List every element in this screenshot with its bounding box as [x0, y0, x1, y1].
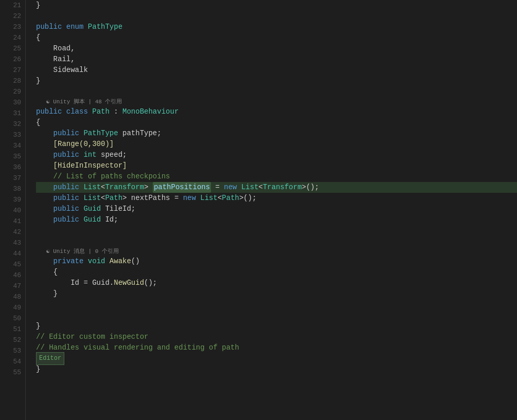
code-token: Transform	[105, 182, 144, 193]
meta-annotation: ☯ Unity 消息 | 0 个引用	[36, 247, 517, 256]
code-line: public List<Path> nextPaths = new List<P…	[36, 193, 517, 204]
code-token	[36, 193, 54, 204]
code-token: <	[259, 182, 263, 193]
code-token: public	[54, 214, 84, 225]
code-token: // List of paths checkpoins	[36, 171, 170, 182]
code-token	[36, 182, 54, 193]
code-token: enum	[66, 22, 88, 32]
code-line: public PathType pathType;	[36, 128, 517, 139]
code-token: <	[218, 193, 222, 204]
code-token: =	[170, 193, 183, 204]
code-line: public enum PathType	[36, 22, 517, 32]
code-token: {	[36, 32, 40, 43]
line-number: 49	[13, 302, 21, 313]
line-number: 50	[13, 313, 21, 324]
code-token: Guid	[83, 214, 101, 225]
code-token: ()	[131, 256, 140, 267]
code-token: [HideInInspector]	[36, 160, 127, 171]
code-token	[36, 128, 54, 139]
code-token: // Editor custom inspector	[36, 332, 148, 342]
meta-annotation: ☯ Unity 脚本 | 48 个引用	[36, 97, 517, 106]
line-number: 28	[13, 76, 21, 86]
highlighted-token: pathPositions	[153, 182, 211, 193]
code-token: public	[54, 182, 84, 193]
code-token: NewGuid	[114, 278, 144, 288]
code-token: Id = Guid.	[36, 278, 114, 288]
line-number: 38	[13, 184, 21, 194]
code-line: // Editor custom inspector	[36, 332, 517, 342]
line-number: 31	[13, 108, 21, 119]
editor-label: Editor	[36, 352, 64, 365]
line-number: 35	[13, 151, 21, 162]
code-line: // List of paths checkpoins	[36, 171, 517, 182]
code-token: }	[36, 364, 40, 375]
code-token: public	[54, 204, 84, 214]
code-token: [Range(0,300)]	[36, 139, 114, 150]
line-number: 30	[13, 97, 21, 108]
line-number: 34	[13, 140, 21, 151]
code-token: int	[83, 150, 101, 160]
line-number: 42	[13, 227, 21, 238]
code-token: public	[36, 22, 66, 32]
code-token: speed;	[101, 150, 127, 160]
code-line: }	[36, 76, 517, 86]
line-number: 40	[13, 205, 21, 216]
line-number: 45	[13, 259, 21, 270]
code-token: Id;	[101, 214, 118, 225]
line-number: 54	[13, 356, 21, 367]
code-token: :	[110, 106, 122, 117]
line-number: 37	[13, 173, 21, 184]
code-token: }	[36, 76, 40, 86]
code-token: <	[101, 182, 105, 193]
code-token: ();	[144, 278, 157, 288]
code-line: }	[36, 364, 517, 375]
code-token: }	[36, 0, 40, 11]
code-token: Sidewalk	[36, 65, 88, 76]
code-token: List	[200, 193, 218, 204]
code-token: Path	[92, 106, 110, 117]
code-line: }	[36, 288, 517, 299]
line-numbers: 2122232425262728293031323334353637383940…	[0, 0, 26, 420]
code-token: PathType	[83, 128, 118, 139]
code-line: Editor	[36, 353, 517, 364]
code-token: >	[144, 182, 153, 193]
line-number: 44	[13, 248, 21, 259]
code-token: public	[54, 193, 84, 204]
code-line	[36, 236, 517, 247]
code-token: Awake	[110, 256, 131, 267]
code-line	[36, 225, 517, 236]
code-token	[36, 204, 54, 214]
code-line: Id = Guid.NewGuid();	[36, 278, 517, 288]
line-number: 32	[13, 119, 21, 130]
line-number: 25	[13, 43, 21, 54]
code-token: public	[54, 128, 84, 139]
line-number: 21	[13, 0, 21, 11]
code-token: private	[54, 256, 88, 267]
line-number: 36	[13, 162, 21, 173]
code-line: }	[36, 321, 517, 332]
code-line: private void Awake()	[36, 256, 517, 267]
line-number: 33	[13, 130, 21, 140]
meta-text: ☯ Unity 消息 | 0 个引用	[46, 247, 119, 256]
code-line: {	[36, 117, 517, 128]
code-token: void	[88, 256, 110, 267]
line-number: 23	[13, 22, 21, 32]
code-content: } public enum PathType{ Road, Rail, Side…	[26, 0, 517, 420]
line-number: 52	[13, 335, 21, 345]
code-line: public class Path : MonoBehaviour	[36, 106, 517, 117]
code-token: MonoBehaviour	[122, 106, 179, 117]
code-token: List	[83, 193, 101, 204]
code-token: Road,	[36, 43, 75, 54]
code-token: PathType	[88, 22, 122, 32]
code-token	[36, 256, 54, 267]
code-token: public	[54, 150, 84, 160]
line-number: 24	[13, 32, 21, 43]
code-token: Path	[105, 193, 122, 204]
code-line	[36, 11, 517, 22]
code-line: public Guid Id;	[36, 214, 517, 225]
code-token: Rail,	[36, 54, 75, 65]
line-number: 48	[13, 291, 21, 302]
code-token: pathType;	[118, 128, 162, 139]
code-token: new	[183, 193, 201, 204]
code-line	[36, 86, 517, 97]
